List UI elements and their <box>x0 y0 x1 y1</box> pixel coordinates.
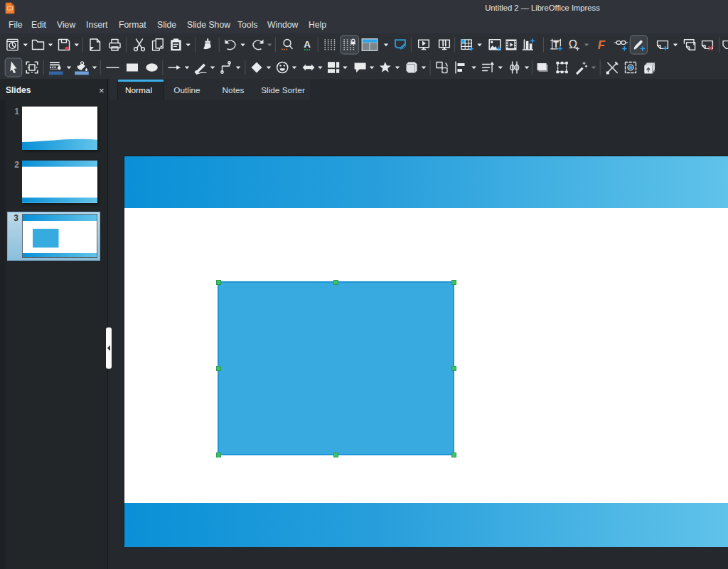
svg-text:F: F <box>598 38 606 52</box>
svg-text:A: A <box>304 39 311 50</box>
